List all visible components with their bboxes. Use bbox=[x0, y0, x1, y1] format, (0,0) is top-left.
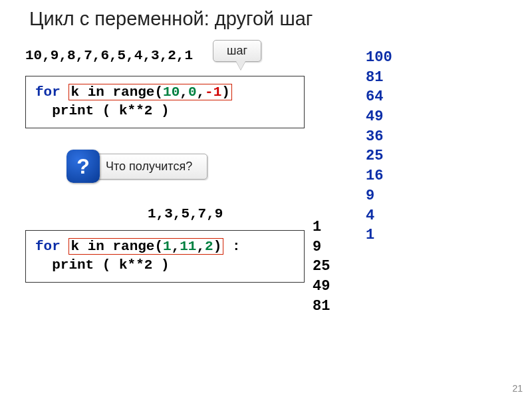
code-block-1: for k in range(10,0,-1) print ( k**2 ) bbox=[25, 76, 305, 128]
output-line: 81 bbox=[313, 297, 330, 317]
output-line: 64 bbox=[366, 87, 392, 107]
code-line-2: print ( k**2 ) bbox=[35, 103, 170, 118]
num-b: 11 bbox=[180, 239, 196, 254]
page-number: 21 bbox=[512, 383, 523, 394]
output-line: 9 bbox=[366, 186, 392, 206]
code-line-2: print ( k**2 ) bbox=[35, 257, 170, 273]
comma: , bbox=[172, 239, 180, 254]
output-line: 36 bbox=[366, 127, 392, 147]
output-line: 25 bbox=[313, 257, 330, 277]
output-1: 100816449362516941 bbox=[366, 48, 392, 245]
comma: , bbox=[196, 84, 205, 100]
sequence-2: 1,3,5,7,9 bbox=[148, 206, 223, 221]
keyword-for: for bbox=[35, 84, 61, 100]
output-line: 1 bbox=[313, 217, 330, 237]
code-text: k in range( bbox=[70, 239, 163, 254]
step-callout: шаг bbox=[213, 40, 261, 62]
question-mark-icon: ? bbox=[66, 150, 100, 183]
output-line: 100 bbox=[366, 48, 392, 68]
output-line: 4 bbox=[366, 206, 392, 226]
num-step: 2 bbox=[205, 239, 213, 254]
code-block-2: for k in range(1,11,2) : print ( k**2 ) bbox=[25, 230, 305, 283]
code-text: k in range( bbox=[70, 84, 163, 100]
sequence-1: 10,9,8,7,6,5,4,3,2,1 bbox=[25, 48, 193, 63]
output-line: 81 bbox=[366, 68, 392, 88]
paren-close: ) bbox=[213, 239, 222, 254]
question-callout: ? Что получится? bbox=[66, 150, 207, 183]
num-b: 0 bbox=[188, 84, 197, 100]
keyword-for: for bbox=[35, 239, 61, 254]
redbox-2: k in range(1,11,2) bbox=[68, 238, 223, 255]
output-line: 16 bbox=[366, 166, 392, 186]
comma: , bbox=[196, 239, 205, 254]
redbox-1: k in range(10,0,-1) bbox=[68, 84, 232, 100]
num-a: 1 bbox=[163, 239, 172, 254]
output-line: 1 bbox=[366, 225, 392, 245]
output-line: 25 bbox=[366, 146, 392, 166]
output-2: 19254981 bbox=[313, 217, 330, 316]
paren-close: ) bbox=[221, 84, 230, 100]
output-line: 49 bbox=[366, 107, 392, 127]
question-bubble: Что получится? bbox=[93, 154, 207, 180]
num-a: 10 bbox=[163, 84, 180, 100]
output-line: 9 bbox=[313, 237, 330, 257]
colon: : bbox=[223, 239, 240, 254]
comma: , bbox=[180, 84, 188, 100]
page-title: Цикл с переменной: другой шаг bbox=[29, 8, 313, 30]
output-line: 49 bbox=[313, 277, 330, 297]
num-step: -1 bbox=[205, 84, 221, 100]
